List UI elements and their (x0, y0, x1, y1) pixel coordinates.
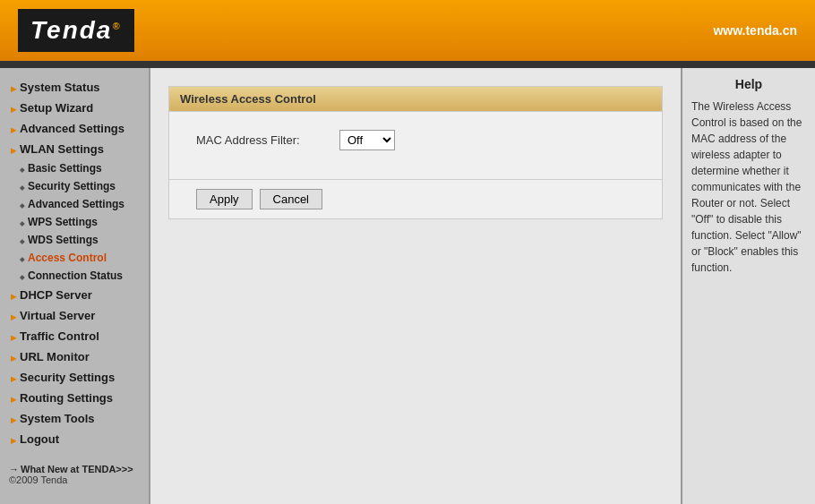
mac-filter-label: MAC Address Filter: (196, 133, 339, 147)
wireless-access-control-panel: Wireless Access Control MAC Address Filt… (168, 86, 663, 219)
subheader-bar (0, 61, 815, 68)
sidebar-item-url-monitor[interactable]: URL Monitor (0, 346, 149, 367)
sidebar-item-dhcp-server[interactable]: DHCP Server (0, 285, 149, 305)
cancel-button[interactable]: Cancel (260, 189, 322, 209)
logo: Tenda® (18, 9, 134, 52)
sidebar-item-wps-settings[interactable]: WPS Settings (0, 213, 149, 231)
logo-reg: ® (112, 21, 121, 31)
apply-button[interactable]: Apply (196, 189, 253, 209)
main-layout: System Status Setup Wizard Advanced Sett… (0, 68, 815, 504)
sidebar-item-advanced-settings-top[interactable]: Advanced Settings (0, 118, 149, 139)
help-title: Help (691, 77, 806, 91)
logo-text: Tenda® (30, 16, 122, 45)
mac-filter-select[interactable]: Off Allow Block (339, 130, 395, 150)
sidebar-footer: What New at TENDA>>> ©2009 Tenda (0, 457, 149, 492)
sidebar-item-system-status[interactable]: System Status (0, 77, 149, 98)
sidebar-item-wlan-settings[interactable]: WLAN Settings (0, 139, 149, 159)
sidebar-item-advanced-settings-wlan[interactable]: Advanced Settings (0, 195, 149, 213)
sidebar-item-security-settings[interactable]: Security Settings (0, 367, 149, 388)
header-url: www.tenda.cn (713, 23, 797, 38)
panel-title: Wireless Access Control (169, 87, 662, 112)
panel-body: MAC Address Filter: Off Allow Block (169, 112, 662, 179)
whats-new-link[interactable]: What New at TENDA>>> (9, 464, 140, 474)
sidebar-item-logout[interactable]: Logout (0, 429, 149, 449)
sidebar-item-traffic-control[interactable]: Traffic Control (0, 326, 149, 346)
mac-filter-row: MAC Address Filter: Off Allow Block (196, 130, 635, 150)
help-panel: Help The Wireless Access Control is base… (681, 68, 815, 504)
sidebar-item-wds-settings[interactable]: WDS Settings (0, 231, 149, 249)
sidebar-item-connection-status[interactable]: Connection Status (0, 267, 149, 285)
sidebar: System Status Setup Wizard Advanced Sett… (0, 68, 150, 504)
sidebar-item-basic-settings[interactable]: Basic Settings (0, 159, 149, 177)
sidebar-item-system-tools[interactable]: System Tools (0, 408, 149, 429)
content-area: Wireless Access Control MAC Address Filt… (150, 68, 681, 504)
header: Tenda® www.tenda.cn (0, 0, 815, 61)
sidebar-item-virtual-server[interactable]: Virtual Server (0, 305, 149, 326)
help-text: The Wireless Access Control is based on … (691, 98, 806, 276)
button-row: Apply Cancel (169, 179, 662, 218)
sidebar-item-security-settings-wlan[interactable]: Security Settings (0, 177, 149, 195)
copyright: ©2009 Tenda (9, 474, 140, 485)
sidebar-item-routing-settings[interactable]: Routing Settings (0, 388, 149, 408)
sidebar-item-setup-wizard[interactable]: Setup Wizard (0, 98, 149, 118)
sidebar-item-access-control[interactable]: Access Control (0, 249, 149, 267)
